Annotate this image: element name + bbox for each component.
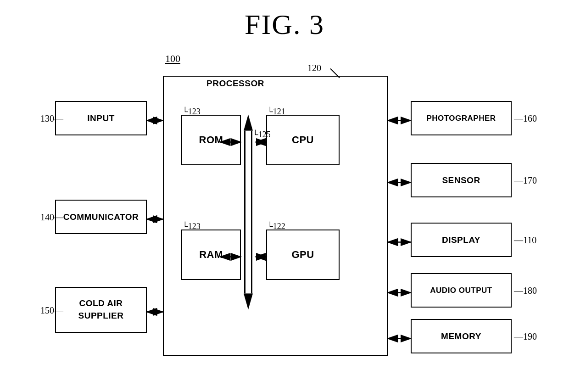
ref-120: 120 [307,63,321,73]
gpu-ref: └122 [267,222,285,231]
ref-100: 100 [165,53,180,65]
cpu-ref: └121 [267,107,285,117]
processor-label: PROCESSOR [206,78,264,89]
cold-air-supplier-box: COLD AIRSUPPLIER [55,287,147,333]
cpu-box: CPU [266,115,340,165]
diagram-container: 100 PROCESSOR 120 CPU └121 GPU └122 ROM … [28,53,541,378]
ram-box: RAM [181,230,241,280]
bus-ref-125: └125 [252,130,271,140]
ref-140: 140— [40,212,63,223]
rom-ref: └123 [182,107,201,117]
memory-box: MEMORY [411,319,512,353]
ref-170: —170 [514,175,537,186]
audio-output-box: AUDIO OUTPUT [411,273,512,308]
photographer-box: PHOTOGRAPHER [411,101,512,135]
ref-160: —160 [514,113,537,124]
input-box: INPUT [55,101,147,135]
ram-ref: └123 [182,222,201,231]
rom-box: ROM [181,115,241,165]
ref-110: —110 [514,235,536,246]
page-title: FIG. 3 [0,0,569,41]
display-box: DISPLAY [411,223,512,257]
gpu-box: GPU [266,230,340,280]
sensor-box: SENSOR [411,163,512,197]
ref-130: 130— [40,113,63,124]
ref-190: —190 [514,331,537,342]
communicator-box: COMMUNICATOR [55,200,147,234]
ref-180: —180 [514,286,537,296]
ref-150: 150— [40,305,63,316]
